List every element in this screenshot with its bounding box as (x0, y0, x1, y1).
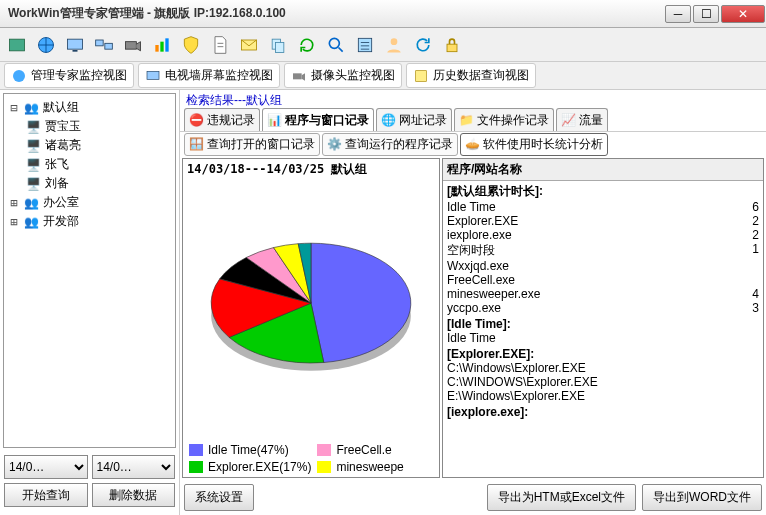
tab-program-window[interactable]: 📊程序与窗口记录 (262, 108, 374, 131)
tool-list-icon[interactable] (352, 32, 378, 58)
list-item[interactable]: C:\WINDOWS\Explorer.EXE (443, 375, 763, 389)
search-result-label: 检索结果---默认组 (180, 90, 766, 108)
pie-chart (183, 180, 439, 439)
window-icon: 🪟 (189, 137, 204, 151)
view-tab-monitor[interactable]: 管理专家监控视图 (4, 63, 134, 88)
users-icon: 👥 (24, 196, 39, 210)
list-item[interactable]: yccpo.exe3 (443, 301, 763, 315)
export-word-button[interactable]: 导出到WORD文件 (642, 484, 762, 511)
tree-root[interactable]: ⊟👥默认组 (6, 98, 173, 117)
collapse-icon[interactable]: ⊟ (8, 101, 20, 115)
group-tree[interactable]: ⊟👥默认组 🖥️贾宝玉 🖥️诸葛亮 🖥️张飞 🖥️刘备 ⊞👥办公室 ⊞👥开发部 (3, 93, 176, 448)
tool-copy-icon[interactable] (265, 32, 291, 58)
list-item[interactable]: E:\Windows\Explorer.EXE (443, 389, 763, 403)
main-toolbar (0, 28, 766, 62)
list-item[interactable]: minesweeper.exe4 (443, 287, 763, 301)
list-item[interactable]: Idle Time (443, 331, 763, 345)
stop-icon: ⛔ (189, 113, 204, 127)
svg-rect-9 (165, 38, 168, 51)
chart-panel: 14/03/18---14/03/25 默认组 Idle Time(47%)Fr… (182, 158, 440, 478)
tool-mail-icon[interactable] (236, 32, 262, 58)
tool-monitor-icon[interactable] (62, 32, 88, 58)
maximize-button[interactable]: ☐ (693, 5, 719, 23)
list-item[interactable]: 空闲时段1 (443, 242, 763, 259)
list-item[interactable]: iexplore.exe2 (443, 228, 763, 242)
minimize-button[interactable]: ─ (665, 5, 691, 23)
folder-icon: 📁 (459, 113, 474, 127)
pc-icon: 🖥️ (26, 120, 41, 134)
pc-icon: 🖥️ (26, 158, 41, 172)
pc-icon: 🖥️ (26, 177, 41, 191)
globe-icon: 🌐 (381, 113, 396, 127)
tool-shield-icon[interactable] (178, 32, 204, 58)
tree-child[interactable]: 🖥️张飞 (6, 155, 173, 174)
titlebar: WorkWin管理专家管理端 - 旗舰版 IP:192.168.0.100 ─ … (0, 0, 766, 28)
view-tab-tvwall[interactable]: 电视墙屏幕监控视图 (138, 63, 280, 88)
tree-child[interactable]: 🖥️刘备 (6, 174, 173, 193)
tool-screens-icon[interactable] (91, 32, 117, 58)
tab-violation[interactable]: ⛔违规记录 (184, 108, 260, 131)
close-button[interactable]: ✕ (721, 5, 765, 23)
tab-url[interactable]: 🌐网址记录 (376, 108, 452, 131)
date-to-select[interactable]: 14/0… (92, 455, 176, 479)
content-area: 检索结果---默认组 ⛔违规记录 📊程序与窗口记录 🌐网址记录 📁文件操作记录 … (180, 90, 766, 515)
subtab-programs[interactable]: ⚙️查询运行的程序记录 (322, 133, 458, 156)
svg-rect-14 (358, 38, 371, 51)
list-item[interactable]: C:\Windows\Explorer.EXE (443, 361, 763, 375)
list-item[interactable]: FreeCell.exe (443, 273, 763, 287)
tool-lock-icon[interactable] (439, 32, 465, 58)
svg-rect-19 (293, 73, 302, 79)
expand-icon[interactable]: ⊞ (8, 196, 20, 210)
list-item[interactable]: Idle Time6 (443, 200, 763, 214)
window-title: WorkWin管理专家管理端 - 旗舰版 IP:192.168.0.100 (8, 5, 664, 22)
list-item[interactable]: Explorer.EXE2 (443, 214, 763, 228)
view-tabs: 管理专家监控视图 电视墙屏幕监控视图 摄像头监控视图 历史数据查询视图 (0, 62, 766, 90)
tool-file-icon[interactable] (4, 32, 30, 58)
delete-data-button[interactable]: 删除数据 (92, 483, 176, 507)
gear-icon: ⚙️ (327, 137, 342, 151)
tab-fileop[interactable]: 📁文件操作记录 (454, 108, 554, 131)
chart-header: 14/03/18---14/03/25 默认组 (183, 159, 439, 180)
view-tab-camera[interactable]: 摄像头监控视图 (284, 63, 402, 88)
system-settings-button[interactable]: 系统设置 (184, 484, 254, 511)
list-group-header: [Idle Time]: (443, 317, 763, 331)
subtab-usage-stats[interactable]: 🥧软件使用时长统计分析 (460, 133, 608, 156)
svg-rect-20 (416, 70, 427, 81)
subtab-windows[interactable]: 🪟查询打开的窗口记录 (184, 133, 320, 156)
chart-legend: Idle Time(47%)FreeCell.eExplorer.EXE(17%… (183, 439, 439, 478)
tree-group[interactable]: ⊞👥开发部 (6, 212, 173, 231)
tool-user-icon[interactable] (381, 32, 407, 58)
tree-group[interactable]: ⊞👥办公室 (6, 193, 173, 212)
svg-point-15 (391, 38, 398, 45)
tool-refresh-icon[interactable] (294, 32, 320, 58)
users-icon: 👥 (24, 215, 39, 229)
list-group-header: [默认组累计时长]: (443, 183, 763, 200)
svg-rect-8 (160, 41, 163, 51)
expand-icon[interactable]: ⊞ (8, 215, 20, 229)
tool-chart-icon[interactable] (149, 32, 175, 58)
list-item[interactable]: Wxxjqd.exe (443, 259, 763, 273)
bottom-buttons: 系统设置 导出为HTM或Excel文件 导出到WORD文件 (180, 480, 766, 515)
tree-child[interactable]: 🖥️贾宝玉 (6, 117, 173, 136)
tool-doc-icon[interactable] (207, 32, 233, 58)
tool-refresh2-icon[interactable] (410, 32, 436, 58)
tool-camera-icon[interactable] (120, 32, 146, 58)
list-header: 程序/网站名称 (443, 159, 763, 181)
svg-rect-2 (68, 39, 83, 49)
export-htm-excel-button[interactable]: 导出为HTM或Excel文件 (487, 484, 636, 511)
date-from-select[interactable]: 14/0… (4, 455, 88, 479)
tab-traffic[interactable]: 📈流量 (556, 108, 608, 131)
view-tab-history[interactable]: 历史数据查询视图 (406, 63, 536, 88)
svg-point-13 (329, 38, 339, 48)
app-icon: 📊 (267, 113, 282, 127)
tree-child[interactable]: 🖥️诸葛亮 (6, 136, 173, 155)
record-tabs: ⛔违规记录 📊程序与窗口记录 🌐网址记录 📁文件操作记录 📈流量 (180, 108, 766, 132)
tool-search-icon[interactable] (323, 32, 349, 58)
tool-globe-icon[interactable] (33, 32, 59, 58)
svg-rect-12 (276, 42, 284, 52)
users-icon: 👥 (24, 101, 39, 115)
program-list[interactable]: 程序/网站名称 [默认组累计时长]:Idle Time6Explorer.EXE… (442, 158, 764, 478)
svg-point-17 (13, 70, 25, 82)
pie-icon: 🥧 (465, 137, 480, 151)
start-query-button[interactable]: 开始查询 (4, 483, 88, 507)
